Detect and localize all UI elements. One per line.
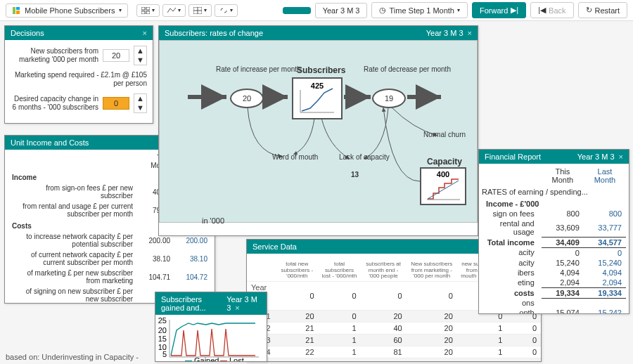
restart-button[interactable]: ↻ Restart bbox=[578, 2, 627, 18]
section-costs: Costs bbox=[8, 219, 137, 231]
label-inc: Rate of increase per month bbox=[216, 65, 301, 73]
table-row: sign on fees800800 bbox=[482, 209, 626, 219]
close-icon[interactable]: × bbox=[143, 29, 147, 37]
label-dec: Rate of decrease per month bbox=[364, 65, 451, 73]
table-icon-btn[interactable]: ▾ bbox=[188, 4, 212, 17]
diagram-body: Rate of increase per month Subscribers R… bbox=[159, 40, 478, 223]
back-icon: |◀ bbox=[538, 6, 546, 15]
timestep-selector[interactable]: Time Step 1 Month▾ bbox=[371, 2, 468, 18]
footer-text: based on: Underinvesting in Capacity - bbox=[6, 353, 139, 361]
table-row: of marketing £ per new subscriber from m… bbox=[8, 268, 212, 286]
close-icon[interactable]: × bbox=[235, 304, 239, 312]
svg-text:400: 400 bbox=[437, 171, 449, 178]
restart-icon: ↻ bbox=[586, 6, 592, 15]
panel-title: Unit Income and Costs bbox=[11, 138, 89, 147]
table-row: acity15,24015,240 bbox=[482, 258, 626, 268]
chevron-down-icon: ▾ bbox=[119, 7, 122, 13]
svg-rect-1 bbox=[16, 7, 20, 10]
panel-title: Service Data bbox=[252, 242, 297, 251]
mini-chart-body: 252015105 Gained Lost bbox=[155, 315, 267, 361]
value-lack: 13 bbox=[351, 171, 359, 178]
table-row: of current network capacity £ per curren… bbox=[8, 249, 212, 268]
decision-label: New subscribers from marketing '000 per … bbox=[11, 47, 98, 64]
close-icon[interactable]: × bbox=[619, 152, 623, 161]
topbar: Mobile Phone Subscribers ▾ ▾ ▾ ▾ ▾ Year … bbox=[0, 0, 633, 21]
table-row: rental and usage33,60933,777 bbox=[482, 219, 626, 237]
svg-rect-28 bbox=[220, 360, 227, 361]
subs-gained-panel: Subscribers gained and...Year 3 M 3× 252… bbox=[155, 292, 267, 362]
svg-rect-2 bbox=[16, 11, 20, 14]
chart-icon-btn[interactable]: ▾ bbox=[162, 4, 186, 17]
fin-subtitle: RATES of earning / spending... bbox=[482, 185, 626, 199]
fin-table: This MonthLast Month RATES of earning / … bbox=[482, 167, 626, 313]
fin-income-head: Income - £'000 bbox=[482, 199, 626, 209]
svg-text:25: 25 bbox=[158, 316, 167, 325]
table-row: ibers4,0944,094 bbox=[482, 268, 626, 278]
decision-input[interactable]: 20 bbox=[103, 49, 129, 62]
svg-text:15: 15 bbox=[158, 334, 167, 343]
decision-label: Desired capacity change in 6 months - '0… bbox=[11, 95, 98, 112]
table-row: costs19,33419,334 bbox=[482, 287, 626, 298]
svg-rect-26 bbox=[185, 360, 192, 361]
decision-row: New subscribers from marketing '000 per … bbox=[11, 46, 147, 65]
decision-row: Desired capacity change in 6 months - '0… bbox=[11, 93, 147, 113]
section-income: Income bbox=[8, 171, 137, 183]
decision-row: Marketing spend required - £2.1m @ £105 … bbox=[11, 71, 147, 88]
forward-button[interactable]: Forward ▶| bbox=[472, 2, 526, 18]
forward-icon: ▶| bbox=[511, 6, 518, 15]
svg-text:5: 5 bbox=[162, 350, 167, 358]
model-selector[interactable]: Mobile Phone Subscribers ▾ bbox=[6, 4, 128, 18]
label-cap: Capacity bbox=[427, 157, 462, 167]
toolbar-group: ▾ ▾ ▾ ▾ bbox=[136, 4, 238, 17]
logo-icon bbox=[12, 6, 20, 15]
label-subs: Subscribers bbox=[297, 65, 345, 75]
axis-label: in '000 bbox=[202, 216, 224, 225]
panel-title: Decisions bbox=[11, 29, 44, 37]
node-decrease: 19 bbox=[372, 89, 406, 108]
label-lack: Lack of capacity bbox=[339, 153, 390, 161]
table-row: ons bbox=[482, 298, 626, 308]
svg-rect-0 bbox=[13, 7, 15, 14]
svg-text:Gained: Gained bbox=[194, 356, 219, 361]
close-icon[interactable]: × bbox=[468, 29, 472, 37]
table-row: Total income34,40934,577 bbox=[482, 237, 626, 247]
rates-of-change-panel: Subscribers: rates of changeYear 3 M 3× … bbox=[158, 25, 478, 236]
label-churn: Normal churn bbox=[423, 131, 466, 138]
decision-label: Marketing spend required - £2.1m @ £105 … bbox=[11, 71, 147, 88]
panel-title: Financial Report bbox=[485, 152, 541, 161]
svg-rect-4 bbox=[146, 7, 150, 10]
node-capacity: 400 bbox=[420, 167, 466, 205]
table-row: acity00 bbox=[482, 247, 626, 258]
gained-lost-chart: 252015105 Gained Lost bbox=[157, 316, 262, 361]
svg-rect-5 bbox=[141, 11, 145, 14]
svg-text:425: 425 bbox=[311, 82, 324, 90]
panel-title: Subscribers: rates of change bbox=[165, 29, 263, 37]
node-increase: 20 bbox=[230, 89, 264, 108]
svg-rect-6 bbox=[146, 11, 150, 14]
node-subscribers: 425 bbox=[292, 77, 343, 119]
table-row: onth15,07415,242 bbox=[482, 308, 626, 313]
decision-input[interactable]: 0 bbox=[103, 97, 129, 110]
svg-text:20: 20 bbox=[158, 326, 167, 334]
stepper[interactable]: ▲▼ bbox=[134, 46, 147, 65]
period-indicator-teal bbox=[283, 7, 311, 14]
table-row: eting2,0942,094 bbox=[482, 278, 626, 288]
dashboard-icon-btn[interactable]: ▾ bbox=[136, 4, 160, 17]
decisions-panel: Decisions× New subscribers from marketin… bbox=[4, 25, 153, 124]
label-wom: Word of mouth bbox=[272, 153, 318, 161]
model-title: Mobile Phone Subscribers bbox=[25, 6, 115, 15]
table-row: 1 M 4221812010 bbox=[247, 346, 541, 358]
table-row: 1 M 2211402010 bbox=[247, 323, 541, 334]
table-row: 1 M 52211012010 bbox=[247, 358, 541, 361]
table-row: 1 M 3211602010 bbox=[247, 334, 541, 346]
svg-text:Lost: Lost bbox=[229, 356, 244, 361]
clock-icon bbox=[379, 6, 386, 15]
financial-report-panel: Financial ReportYear 3 M 3× This MonthLa… bbox=[478, 149, 629, 314]
panel-title: Subscribers gained and... bbox=[161, 295, 226, 312]
link-icon-btn[interactable]: ▾ bbox=[215, 4, 238, 17]
back-button[interactable]: |◀ Back bbox=[530, 2, 573, 18]
period-display[interactable]: Year 3 M 3 bbox=[315, 3, 368, 18]
stepper[interactable]: ▲▼ bbox=[134, 93, 147, 113]
svg-rect-3 bbox=[141, 7, 145, 10]
